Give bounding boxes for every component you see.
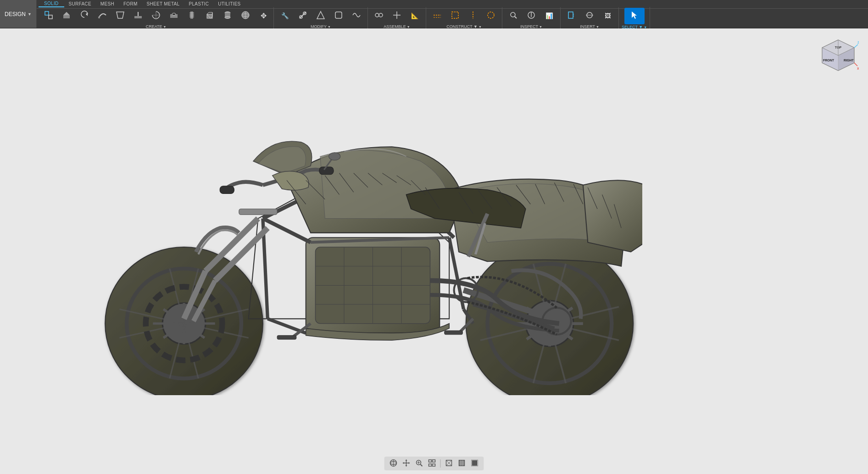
revolve-tool[interactable]	[76, 8, 93, 24]
modify-icon-3	[316, 11, 325, 21]
tab-surface[interactable]: SURFACE	[64, 1, 96, 7]
cylinder-icon	[223, 11, 232, 21]
svg-point-32	[375, 13, 379, 17]
modify-btn-2[interactable]	[295, 8, 311, 24]
svg-marker-6	[117, 12, 124, 18]
extrude-icon	[62, 11, 71, 21]
svg-line-156	[421, 464, 423, 466]
move-tool[interactable]: ✥	[255, 8, 272, 24]
assemble-label[interactable]: ASSEMBLE	[384, 24, 410, 29]
select-group: SELECT ▼	[619, 7, 650, 30]
modify-icon-2	[298, 11, 307, 21]
assemble-btn-2[interactable]	[389, 8, 405, 24]
thread-tool[interactable]	[184, 8, 200, 24]
construct-icon-2	[451, 11, 460, 21]
main-toolbar: DESIGN SOLID SURFACE MESH FORM SHEET MET…	[0, 0, 868, 28]
inspect-btn-2[interactable]	[523, 8, 540, 24]
modify-btn-5[interactable]	[348, 8, 365, 24]
construct-btn-3[interactable]	[465, 8, 481, 24]
svg-marker-30	[317, 11, 324, 19]
separator-1	[440, 459, 441, 468]
inspect-btn-3[interactable]: 📊	[541, 8, 557, 24]
construct-icon-4	[486, 11, 495, 21]
svg-point-33	[379, 13, 383, 17]
assemble-icon-1	[374, 11, 384, 21]
assemble-btn-3[interactable]: 📐	[406, 8, 423, 24]
svg-line-144	[854, 63, 857, 66]
inspect-icon-1	[509, 11, 518, 21]
modify-group: 🔧 MODIFY	[274, 7, 368, 30]
svg-text:RIGHT: RIGHT	[844, 59, 854, 62]
tab-utilities[interactable]: UTILITIES	[213, 1, 245, 7]
modify-label[interactable]: MODIFY	[311, 24, 331, 29]
assemble-btn-1[interactable]	[371, 8, 387, 24]
select-btn[interactable]	[624, 8, 645, 24]
new-component-icon	[44, 11, 53, 21]
zoom-orbit-button[interactable]	[414, 458, 425, 469]
svg-rect-166	[459, 460, 465, 466]
tab-form[interactable]: FORM	[119, 1, 142, 7]
construct-btn-4[interactable]	[483, 8, 499, 24]
pan-button[interactable]	[401, 458, 412, 469]
construct-btn-2[interactable]	[447, 8, 463, 24]
construct-label[interactable]: CONSTRUCT ▼	[446, 24, 482, 29]
design-button[interactable]: DESIGN	[0, 0, 37, 28]
modify-btn-4[interactable]	[330, 8, 347, 24]
construct-btn-1[interactable]	[429, 8, 445, 24]
svg-point-40	[488, 12, 494, 18]
sphere-tool[interactable]	[237, 8, 254, 24]
svg-line-86	[263, 219, 311, 243]
motorcycle-model	[46, 51, 642, 395]
insert-icon-1	[567, 11, 576, 21]
fit-button[interactable]	[427, 458, 438, 469]
display-mode-shaded[interactable]	[456, 458, 467, 469]
sweep-tool[interactable]	[94, 8, 111, 24]
insert-btn-1[interactable]	[563, 8, 580, 24]
design-label: DESIGN	[5, 11, 26, 17]
svg-rect-101	[319, 167, 334, 175]
orbit-button[interactable]	[388, 458, 399, 469]
tab-sheetmetal[interactable]: SHEET METAL	[142, 1, 184, 7]
create-label[interactable]: CREATE	[146, 24, 167, 29]
rib-tool[interactable]	[130, 8, 146, 24]
svg-rect-161	[429, 464, 432, 466]
web-tool[interactable]	[148, 8, 164, 24]
svg-text:X: X	[857, 67, 859, 70]
hole-tool[interactable]	[166, 8, 182, 24]
construct-group: CONSTRUCT ▼	[426, 7, 502, 30]
viewport-cube[interactable]: TOP RIGHT FRONT Z X	[818, 38, 859, 79]
web-icon	[151, 11, 161, 21]
box-tool[interactable]	[201, 8, 218, 24]
assemble-icon-3: 📐	[411, 12, 419, 19]
tab-plastic[interactable]: PLASTIC	[184, 1, 213, 7]
extrude-tool[interactable]	[58, 8, 75, 24]
svg-rect-99	[239, 209, 277, 215]
canvas-area[interactable]: TOP RIGHT FRONT Z X	[0, 28, 868, 474]
svg-rect-160	[433, 460, 435, 462]
modify-icon-5	[352, 11, 361, 21]
display-mode-shaded-edges[interactable]	[469, 458, 480, 469]
orbit-icon	[389, 459, 398, 468]
insert-btn-2[interactable]	[581, 8, 598, 24]
new-component-tool[interactable]	[40, 8, 57, 24]
inspect-icon-2	[527, 11, 536, 21]
inspect-btn-1[interactable]	[505, 8, 522, 24]
svg-rect-31	[335, 12, 342, 18]
tab-solid[interactable]: SOLID	[39, 1, 64, 7]
modify-btn-1[interactable]: 🔧	[277, 8, 293, 24]
svg-rect-129	[445, 331, 463, 334]
inspect-label[interactable]: INSPECT	[520, 24, 542, 29]
display-mode-wireframe[interactable]	[444, 458, 455, 469]
svg-rect-5	[98, 17, 100, 18]
loft-tool[interactable]	[112, 8, 128, 24]
svg-marker-3	[63, 12, 70, 15]
svg-rect-46	[568, 12, 573, 18]
insert-btn-3[interactable]: 🖼	[599, 8, 616, 24]
cylinder-tool[interactable]	[219, 8, 236, 24]
insert-label[interactable]: INSERT	[580, 24, 599, 29]
svg-marker-152	[406, 465, 407, 467]
svg-point-131	[329, 153, 340, 160]
tab-mesh[interactable]: MESH	[96, 1, 119, 7]
modify-btn-3[interactable]	[312, 8, 329, 24]
svg-marker-151	[406, 459, 407, 461]
